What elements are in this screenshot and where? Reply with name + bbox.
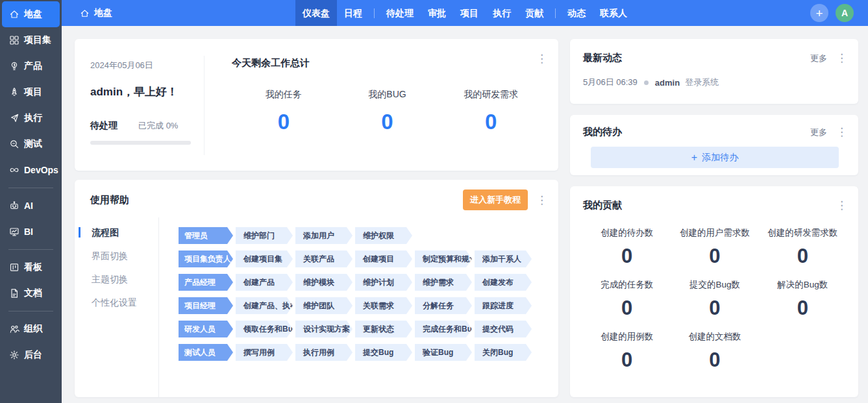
sidebar-item-label: 后台 xyxy=(24,349,42,361)
topbar: 地盘 仪表盘日程待处理审批项目执行贡献动态联系人 + A xyxy=(62,0,868,26)
flow-step[interactable]: 跟踪进度 xyxy=(475,297,532,314)
tutorial-button[interactable]: 进入新手教程 xyxy=(463,189,528,210)
flow-step[interactable]: 维护权限 xyxy=(355,227,412,244)
top-tab-calendar[interactable]: 日程 xyxy=(337,0,369,26)
sidebar-item-execution[interactable]: 执行 xyxy=(2,105,60,131)
contribution-card-header: 我的贡献 ⋮ xyxy=(583,199,847,212)
create-button[interactable]: + xyxy=(810,4,828,22)
app-root: 地盘项目集产品项目执行测试DevOpsAIBI看板文档组织后台 地盘 仪表盘日程… xyxy=(0,0,868,403)
top-tab-contribution[interactable]: 贡献 xyxy=(518,0,551,26)
work-metric-value[interactable]: 0 xyxy=(439,110,543,134)
sidebar-item-doc[interactable]: 文档 xyxy=(2,280,60,306)
flow-step[interactable]: 提交Bug xyxy=(355,344,412,361)
more-menu-icon[interactable]: ⋮ xyxy=(536,53,547,64)
more-menu-icon[interactable]: ⋮ xyxy=(836,127,847,138)
more-menu-icon[interactable]: ⋮ xyxy=(836,53,847,64)
topbar-app-switcher[interactable]: 地盘 xyxy=(80,7,112,19)
avatar[interactable]: A xyxy=(836,4,854,22)
work-metric-value[interactable]: 0 xyxy=(336,110,440,134)
flow-step[interactable]: 创建产品 xyxy=(236,274,293,291)
sidebar-item-program[interactable]: 项目集 xyxy=(2,27,60,53)
add-todo-button[interactable]: + 添加待办 xyxy=(591,147,839,168)
top-tab-todo[interactable]: 待处理 xyxy=(379,0,421,26)
sidebar-item-project[interactable]: 项目 xyxy=(2,79,60,105)
flow-step[interactable]: 制定预算和规划 xyxy=(415,250,472,267)
sidebar-item-devops[interactable]: DevOps xyxy=(2,157,60,183)
contribution-metric: 创建的文档数0 xyxy=(671,331,758,372)
flow-step[interactable]: 关联需求 xyxy=(355,297,412,314)
nav-separator xyxy=(555,8,556,18)
sidebar-item-label: 产品 xyxy=(24,60,42,72)
sidebar-item-product[interactable]: 产品 xyxy=(2,53,60,79)
flow-step[interactable]: 关联产品 xyxy=(295,250,353,267)
gear-icon xyxy=(9,350,19,360)
flow-step[interactable]: 维护需求 xyxy=(415,274,472,291)
help-tab-3[interactable]: 个性化设置 xyxy=(75,291,158,315)
contribution-metric: 提交的Bug数0 xyxy=(671,279,758,320)
dynamics-card: 最新动态 更多 ⋮ 5月06日 06:39admin登录系统 xyxy=(570,39,858,104)
dynamics-user[interactable]: admin xyxy=(655,78,680,88)
more-link[interactable]: 更多 xyxy=(810,53,827,64)
sidebar-item-kanban[interactable]: 看板 xyxy=(2,254,60,280)
todo-card-header: 我的待办 更多 ⋮ xyxy=(583,126,847,138)
more-menu-icon[interactable]: ⋮ xyxy=(536,195,547,206)
more-link[interactable]: 更多 xyxy=(810,127,827,138)
dynamics-card-title: 最新动态 xyxy=(583,52,622,64)
flow-step[interactable]: 关闭Bug xyxy=(475,344,532,361)
flow-row: 产品经理创建产品维护模块维护计划维护需求创建发布 xyxy=(179,274,558,291)
flow-step[interactable]: 维护计划 xyxy=(355,274,412,291)
bullet-dot-icon xyxy=(644,80,649,85)
flow-step[interactable]: 领取任务和Bug xyxy=(236,321,293,337)
contribution-metric-label: 完成的任务数 xyxy=(583,279,671,291)
sidebar-item-home[interactable]: 地盘 xyxy=(2,1,60,27)
flow-step[interactable]: 创建产品、执行 xyxy=(236,297,293,314)
flow-step[interactable]: 维护团队 xyxy=(295,297,353,314)
flow-step[interactable]: 更新状态 xyxy=(355,321,412,337)
top-tab-dynamic[interactable]: 动态 xyxy=(560,0,593,26)
top-tab-contacts[interactable]: 联系人 xyxy=(593,0,634,26)
flow-step[interactable]: 撰写用例 xyxy=(236,344,293,361)
more-menu-icon[interactable]: ⋮ xyxy=(836,200,847,211)
sidebar-item-label: 执行 xyxy=(24,112,42,124)
work-metric: 我的任务0 xyxy=(232,89,336,134)
contribution-metrics: 创建的待办数0创建的用户需求数0创建的研发需求数0完成的任务数0提交的Bug数0… xyxy=(583,227,847,383)
flow-step[interactable]: 创建发布 xyxy=(475,274,532,291)
help-tab-1[interactable]: 界面切换 xyxy=(75,245,158,268)
dynamics-entry: 5月06日 06:39admin登录系统 xyxy=(583,77,847,88)
sidebar-item-qa[interactable]: 测试 xyxy=(2,131,60,157)
flow-step[interactable]: 添加用户 xyxy=(295,227,353,244)
top-tab-review[interactable]: 审批 xyxy=(421,0,453,26)
sidebar-item-org[interactable]: 组织 xyxy=(2,316,60,342)
help-tab-2[interactable]: 主题切换 xyxy=(75,268,158,291)
flow-step[interactable]: 完成任务和Bug xyxy=(415,321,472,337)
flow-role-label: 研发人员 xyxy=(179,321,233,337)
nav-separator xyxy=(374,8,375,18)
flow-step[interactable]: 验证Bug xyxy=(415,344,472,361)
completed-percent: 0% xyxy=(166,121,179,130)
contribution-metric-value: 0 xyxy=(671,297,758,320)
sidebar-item-bi[interactable]: BI xyxy=(2,219,60,245)
execution-icon xyxy=(9,113,19,123)
help-tabs: 流程图界面切换主题切换个性化设置 xyxy=(75,217,159,397)
top-tab-dashboard[interactable]: 仪表盘 xyxy=(295,0,337,26)
work-metric-value[interactable]: 0 xyxy=(232,110,336,134)
help-card-header: 使用帮助 进入新手教程 ⋮ xyxy=(75,180,558,217)
flow-step[interactable]: 添加干系人 xyxy=(475,250,532,267)
robot-icon xyxy=(9,201,19,211)
flow-step[interactable]: 执行用例 xyxy=(295,344,353,361)
flow-step[interactable]: 分解任务 xyxy=(415,297,472,314)
flow-step[interactable]: 维护模块 xyxy=(295,274,353,291)
contribution-metric: 创建的用例数0 xyxy=(583,331,671,372)
flow-step[interactable]: 创建项目 xyxy=(355,250,412,267)
top-tab-execution[interactable]: 执行 xyxy=(486,0,518,26)
monitor-icon xyxy=(9,226,19,237)
flow-step[interactable]: 维护部门 xyxy=(236,227,293,244)
top-tab-project[interactable]: 项目 xyxy=(453,0,486,26)
sidebar-item-ai[interactable]: AI xyxy=(2,193,60,219)
sidebar-item-admin[interactable]: 后台 xyxy=(2,342,60,368)
dynamics-list: 5月06日 06:39admin登录系统 xyxy=(583,77,847,88)
flow-step[interactable]: 创建项目集 xyxy=(236,250,293,267)
help-tab-0[interactable]: 流程图 xyxy=(75,221,158,245)
flow-step[interactable]: 设计实现方案 xyxy=(295,321,353,337)
flow-step[interactable]: 提交代码 xyxy=(475,321,532,337)
